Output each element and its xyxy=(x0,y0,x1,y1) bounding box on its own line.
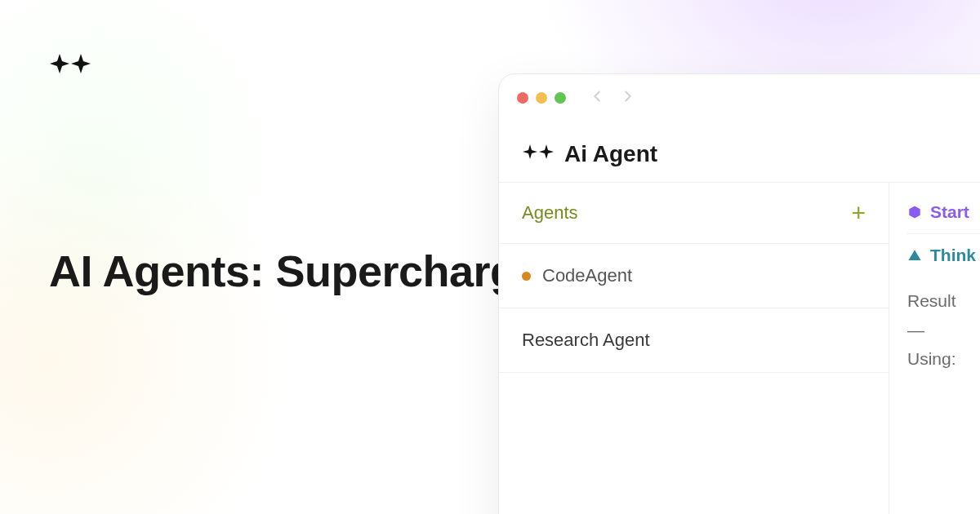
app-title-row: Ai Agent xyxy=(499,122,980,182)
result-dash: — xyxy=(907,316,980,345)
brand-logo xyxy=(49,52,91,78)
step-think[interactable]: Think xyxy=(907,233,980,273)
result-line: Result xyxy=(907,286,980,316)
window-titlebar xyxy=(499,74,980,122)
agents-sidebar: Agents + CodeAgent Research Agent xyxy=(499,182,889,514)
step-start[interactable]: Start xyxy=(907,199,980,230)
step-start-label: Start xyxy=(930,202,969,222)
window-zoom-button[interactable] xyxy=(555,92,566,104)
nav-back-button[interactable] xyxy=(590,89,605,107)
agent-item-label: Research Agent xyxy=(522,330,650,351)
step-think-label: Think xyxy=(930,246,976,265)
using-line: Using: xyxy=(907,344,980,374)
hexagon-icon xyxy=(907,205,922,219)
sparkles-icon xyxy=(522,141,556,167)
agent-item-codeagent[interactable]: CodeAgent xyxy=(499,244,889,308)
step-output: Result — Using: xyxy=(907,273,980,374)
svg-marker-0 xyxy=(909,206,920,219)
window-minimize-button[interactable] xyxy=(536,92,547,104)
agent-status-icon xyxy=(522,272,531,281)
app-title: Ai Agent xyxy=(564,141,657,167)
agent-item-label: CodeAgent xyxy=(542,265,632,286)
app-window: Ai Agent Agents + CodeAgent Research Age… xyxy=(498,73,980,514)
window-close-button[interactable] xyxy=(517,92,528,104)
nav-forward-button[interactable] xyxy=(620,89,635,107)
svg-marker-1 xyxy=(909,250,921,260)
agent-run-pane: Start Think Result — Using: xyxy=(889,182,980,514)
add-agent-button[interactable]: + xyxy=(851,201,866,225)
sidebar-heading: Agents xyxy=(522,202,578,224)
triangle-icon xyxy=(907,248,922,263)
agent-item-research[interactable]: Research Agent xyxy=(499,308,889,373)
